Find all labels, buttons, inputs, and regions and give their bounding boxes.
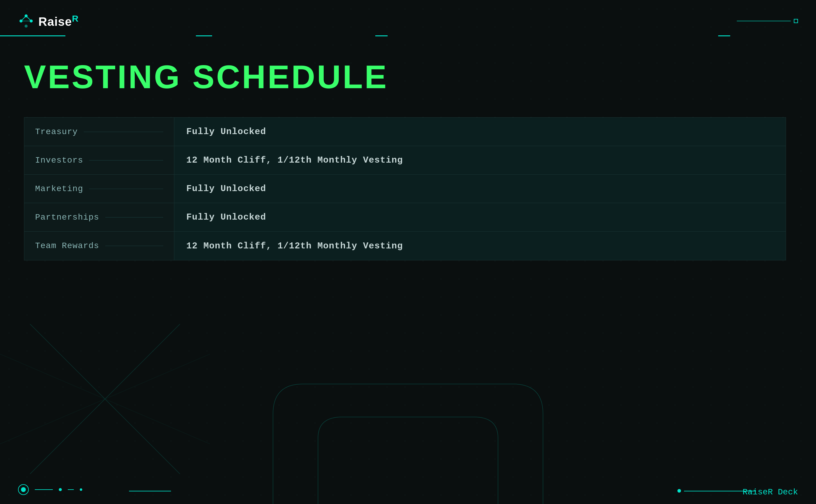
decorative-x-lines <box>0 324 210 474</box>
vesting-value: Fully Unlocked <box>186 184 266 194</box>
indicator-dot-small <box>59 488 62 491</box>
indicator-dot-tiny <box>80 488 82 491</box>
vesting-value: Fully Unlocked <box>186 212 266 222</box>
indicator-connector-line <box>35 489 53 490</box>
vesting-value: 12 Month Cliff, 1/12th Monthly Vesting <box>186 155 403 165</box>
svg-line-4 <box>21 16 26 21</box>
footer-brand-label: RaiseR Deck <box>743 487 798 497</box>
table-row: 12 Month Cliff, 1/12th Monthly Vesting <box>174 232 786 260</box>
category-label: Marketing <box>35 184 83 193</box>
category-label: Team Rewards <box>35 241 99 251</box>
category-label: Partnerships <box>35 213 99 222</box>
vesting-table: Treasury Investors Marketing Partnership… <box>24 117 786 260</box>
category-label: Treasury <box>35 127 78 137</box>
logo-icon <box>18 13 34 29</box>
separator-line <box>105 246 163 246</box>
header-dot <box>794 19 798 23</box>
bottom-line-accent-left <box>129 491 171 491</box>
list-item: Investors <box>24 146 174 175</box>
bottom-dot-right <box>677 489 681 493</box>
vesting-value: Fully Unlocked <box>186 127 266 137</box>
separator-line <box>89 189 163 189</box>
separator-line <box>89 160 163 161</box>
vesting-value: 12 Month Cliff, 1/12th Monthly Vesting <box>186 241 403 251</box>
indicator-circle-inner <box>21 487 26 492</box>
table-row: Fully Unlocked <box>174 203 786 232</box>
bottom-indicators <box>18 484 82 495</box>
table-row: Fully Unlocked <box>174 175 786 203</box>
list-item: Treasury <box>24 118 174 146</box>
separator-line <box>84 132 163 132</box>
indicator-connector-line-2 <box>68 489 74 490</box>
svg-line-5 <box>26 16 31 21</box>
list-item: Partnerships <box>24 203 174 232</box>
table-right-column: Fully Unlocked 12 Month Cliff, 1/12th Mo… <box>174 117 786 260</box>
logo-text: RaiseR <box>38 13 79 29</box>
header-indicator-line <box>737 21 791 21</box>
page-title: VESTING SCHEDULE <box>24 60 792 93</box>
list-item: Team Rewards <box>24 232 174 260</box>
header-right <box>737 19 798 23</box>
logo-superscript: R <box>72 13 79 23</box>
header: RaiseR <box>0 0 816 33</box>
table-row: Fully Unlocked <box>174 118 786 146</box>
category-label: Investors <box>35 156 83 165</box>
table-row: 12 Month Cliff, 1/12th Monthly Vesting <box>174 146 786 175</box>
logo: RaiseR <box>18 13 79 29</box>
arch-frame-outer <box>258 369 558 504</box>
main-content: VESTING SCHEDULE Treasury Investors Mark… <box>0 36 816 260</box>
list-item: Marketing <box>24 175 174 203</box>
indicator-circle-outer <box>18 484 29 495</box>
svg-point-3 <box>25 25 28 28</box>
table-left-column: Treasury Investors Marketing Partnership… <box>24 117 174 260</box>
